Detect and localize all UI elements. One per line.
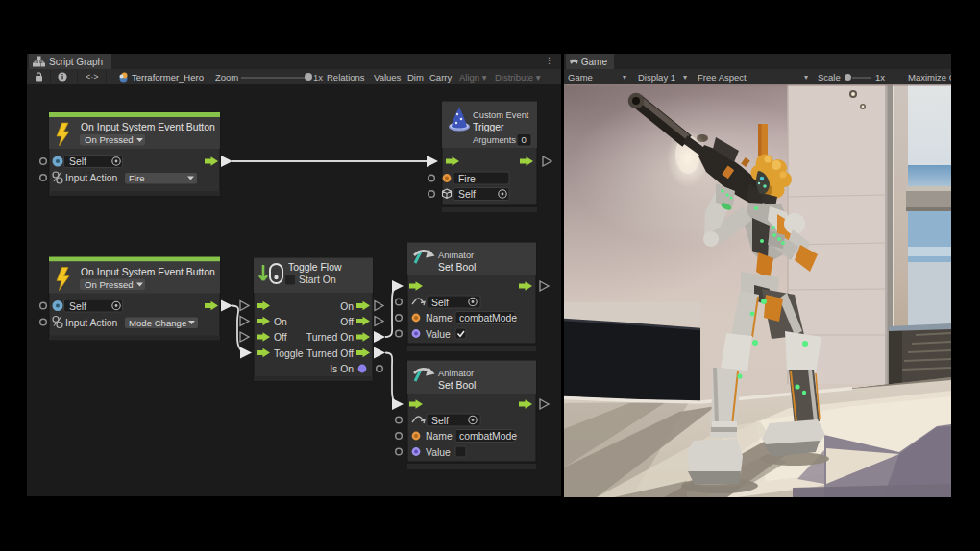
svg-text:Fire: Fire — [129, 173, 145, 183]
svg-text:On Input System Event Button: On Input System Event Button — [81, 122, 215, 132]
svg-text:Input Action: Input Action — [65, 318, 118, 328]
svg-text:0: 0 — [522, 134, 527, 145]
svg-text:Value: Value — [426, 329, 451, 340]
svg-text:combatMode: combatMode — [459, 431, 517, 442]
svg-text:Self: Self — [431, 298, 449, 308]
svg-text:Off: Off — [274, 332, 287, 343]
svg-text:On Pressed: On Pressed — [85, 134, 134, 145]
svg-text:Self: Self — [69, 156, 86, 167]
svg-text:Set Bool: Set Bool — [438, 262, 476, 273]
svg-text:On Input System Event Button: On Input System Event Button — [81, 267, 215, 277]
svg-text:Animator: Animator — [438, 369, 474, 378]
svg-text:Toggle: Toggle — [274, 348, 304, 359]
svg-text:Arguments: Arguments — [473, 135, 516, 145]
svg-text:Off: Off — [340, 317, 354, 327]
svg-text:combatMode: combatMode — [459, 313, 517, 323]
svg-text:Fire: Fire — [458, 174, 476, 184]
svg-text:Animator: Animator — [438, 251, 474, 260]
svg-text:Input Action: Input Action — [65, 173, 118, 183]
svg-text:Trigger: Trigger — [473, 122, 504, 132]
svg-text:Toggle Flow: Toggle Flow — [288, 262, 342, 273]
svg-text:On: On — [340, 301, 354, 312]
svg-text:Self: Self — [431, 416, 449, 426]
svg-text:Set Bool: Set Bool — [438, 380, 476, 391]
svg-text:Turned Off: Turned Off — [306, 348, 354, 359]
svg-text:Value: Value — [426, 447, 451, 458]
svg-text:Name: Name — [426, 431, 453, 442]
svg-text:Self: Self — [458, 189, 476, 200]
svg-text:Name: Name — [426, 313, 453, 323]
svg-text:On: On — [274, 317, 287, 327]
svg-text:On Pressed: On Pressed — [85, 279, 134, 290]
svg-text:Self: Self — [69, 301, 86, 312]
svg-text:Start On: Start On — [299, 275, 336, 285]
svg-text:Is On: Is On — [330, 364, 354, 374]
svg-text:Mode Change: Mode Change — [129, 318, 186, 328]
svg-text:Turned On: Turned On — [306, 332, 355, 343]
svg-text:Custom Event: Custom Event — [473, 110, 529, 120]
